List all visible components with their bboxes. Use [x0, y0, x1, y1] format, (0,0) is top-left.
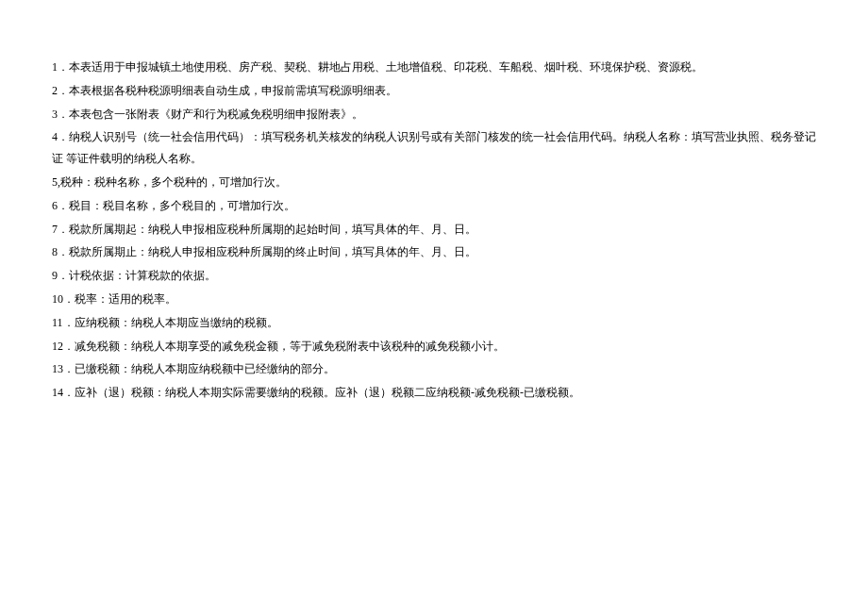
item-text: ．税款所属期起：纳税人申报相应税种所属期的起始时间，填写具体的年、月、日。 — [58, 223, 476, 236]
item-text: ．税率：适用的税率。 — [63, 292, 176, 306]
list-item: 11．应纳税额：纳税人本期应当缴纳的税额。 — [52, 312, 816, 334]
item-number: 5, — [52, 175, 60, 189]
item-text: ．税款所属期止：纳税人申报相应税种所属期的终止时间，填写具体的年、月、日。 — [58, 245, 476, 258]
list-item: 7．税款所属期起：纳税人申报相应税种所属期的起始时间，填写具体的年、月、日。 — [52, 219, 816, 241]
item-text: ．已缴税额：纳税人本期应纳税额中已经缴纳的部分。 — [63, 362, 335, 375]
item-text: 税种：税种名称，多个税种的，可增加行次。 — [60, 175, 287, 189]
item-number: 14 — [52, 386, 63, 399]
list-item: 8．税款所属期止：纳税人申报相应税种所属期的终止时间，填写具体的年、月、日。 — [52, 241, 816, 263]
list-item: 13．已缴税额：纳税人本期应纳税额中已经缴纳的部分。 — [52, 358, 816, 380]
list-item: 4．纳税人识别号（统一社会信用代码）：填写税务机关核发的纳税人识别号或有关部门核… — [52, 126, 816, 170]
list-item: 9．计税依据：计算税款的依据。 — [52, 265, 816, 287]
list-item: 1．本表适用于申报城镇土地使用税、房产税、契税、耕地占用税、土地增值税、印花税、… — [52, 57, 816, 78]
item-number: 13 — [52, 362, 63, 375]
item-text: ．应补（退）税额：纳税人本期实际需要缴纳的税额。应补（退）税额二应纳税额-减免税… — [63, 386, 580, 399]
item-number: 10 — [52, 292, 63, 306]
item-number: 12 — [52, 340, 63, 353]
list-item: 3．本表包含一张附表《财产和行为税减免税明细申报附表》。 — [52, 104, 816, 125]
list-item: 12．减免税额：纳税人本期享受的减免税金额，等于减免税附表中该税种的减免税额小计… — [52, 336, 816, 357]
item-text: ．本表包含一张附表《财产和行为税减免税明细申报附表》。 — [58, 108, 363, 121]
item-number: 11 — [52, 316, 63, 329]
item-text: ．应纳税额：纳税人本期应当缴纳的税额。 — [63, 316, 278, 329]
item-text: ．纳税人识别号（统一社会信用代码）：填写税务机关核发的纳税人识别号或有关部门核发… — [52, 130, 816, 165]
list-item: 14．应补（退）税额：纳税人本期实际需要缴纳的税额。应补（退）税额二应纳税额-减… — [52, 382, 816, 404]
instruction-list: 1．本表适用于申报城镇土地使用税、房产税、契税、耕地占用税、土地增值税、印花税、… — [52, 57, 816, 404]
item-text: ．计税依据：计算税款的依据。 — [58, 269, 216, 282]
list-item: 6．税目：税目名称，多个税目的，可增加行次。 — [52, 195, 816, 217]
list-item: 10．税率：适用的税率。 — [52, 289, 816, 310]
item-text: ．本表适用于申报城镇土地使用税、房产税、契税、耕地占用税、土地增值税、印花税、车… — [58, 60, 703, 74]
item-text: ．税目：税目名称，多个税目的，可增加行次。 — [58, 199, 295, 212]
item-text: ．减免税额：纳税人本期享受的减免税金额，等于减免税附表中该税种的减免税额小计。 — [63, 340, 505, 353]
item-text: ．本表根据各税种税源明细表自动生成，申报前需填写税源明细表。 — [58, 84, 397, 97]
list-item: 5,税种：税种名称，多个税种的，可增加行次。 — [52, 172, 816, 193]
list-item: 2．本表根据各税种税源明细表自动生成，申报前需填写税源明细表。 — [52, 80, 816, 102]
